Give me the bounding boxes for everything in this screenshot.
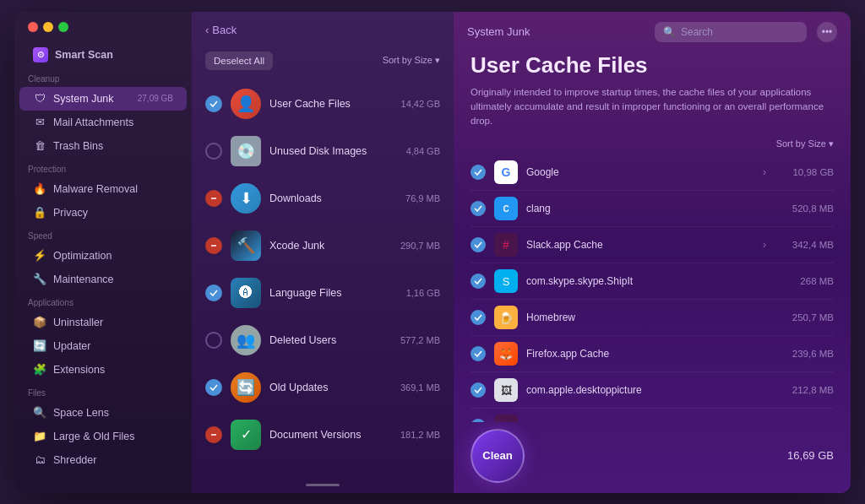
checkbox-checked[interactable]	[205, 95, 222, 112]
search-input[interactable]	[681, 26, 791, 38]
sidebar-item-extensions[interactable]: 🧩 Extensions	[19, 358, 187, 382]
slackmac-app-icon: #	[494, 415, 518, 421]
list-item[interactable]: C clang 520,8 MB	[471, 191, 834, 227]
list-item-info: User Cache Files	[269, 98, 393, 110]
list-item[interactable]: G Google › 10,98 GB	[471, 154, 834, 191]
sidebar-section-applications: Applications	[14, 291, 192, 311]
item-size: 520,8 MB	[775, 203, 834, 214]
item-name: Firefox.app Cache	[526, 348, 766, 360]
sort-by-size[interactable]: Sort by Size ▾	[383, 55, 440, 66]
right-sort-by[interactable]: Sort by Size ▾	[776, 138, 834, 149]
trash-icon: 🗑	[33, 139, 46, 153]
smart-scan-label: Smart Scan	[55, 49, 113, 61]
right-checkbox[interactable]	[471, 382, 486, 398]
right-checkbox[interactable]	[471, 165, 486, 180]
right-checkbox[interactable]	[471, 237, 486, 252]
total-size-label: 16,69 GB	[787, 449, 834, 462]
sidebar-item-label: Optimization	[53, 250, 112, 262]
list-item[interactable]: ✓ Document Versions 181,2 MB	[192, 411, 454, 458]
chevron-right-icon: ›	[763, 166, 766, 178]
list-item[interactable]: 🔄 Old Updates 369,1 MB	[192, 364, 454, 411]
list-item-name: Xcode Junk	[269, 240, 392, 252]
sidebar-item-privacy[interactable]: 🔒 Privacy	[19, 201, 187, 225]
sidebar-item-shredder[interactable]: 🗂 Shredder	[19, 448, 187, 472]
checkbox-checked[interactable]	[205, 379, 222, 396]
list-item-size: 181,2 MB	[400, 430, 440, 440]
smart-scan-icon: ⊙	[33, 47, 48, 62]
sidebar-item-trash-bins[interactable]: 🗑 Trash Bins	[19, 134, 187, 158]
list-item-info: Downloads	[269, 192, 397, 204]
right-sort-row: Sort by Size ▾	[471, 138, 834, 149]
breadcrumb: System Junk	[467, 25, 645, 38]
clean-button[interactable]: Clean	[471, 429, 525, 483]
list-item[interactable]: 🖼 com.apple.desktoppicture 212,8 MB	[471, 372, 834, 409]
checkbox-minus[interactable]	[205, 237, 222, 254]
checkbox-checked[interactable]	[205, 285, 222, 301]
list-item[interactable]: 👥 Deleted Users 577,2 MB	[192, 317, 454, 364]
checkbox-minus[interactable]	[205, 426, 222, 443]
maximize-button[interactable]	[58, 22, 68, 32]
sidebar-item-mail-attachments[interactable]: ✉ Mail Attachments	[19, 111, 187, 134]
sidebar-item-smart-scan[interactable]: ⊙ Smart Scan	[19, 42, 187, 68]
list-item[interactable]: 🅐 Language Files 1,16 GB	[192, 269, 454, 317]
list-item[interactable]: 🦊 Firefox.app Cache 239,6 MB	[471, 336, 834, 372]
list-item-info: Document Versions	[269, 429, 392, 441]
slack-app-icon: #	[494, 233, 518, 257]
clang-app-icon: C	[494, 197, 518, 220]
list-item-name: Deleted Users	[269, 334, 392, 346]
sidebar-item-uninstaller[interactable]: 📦 Uninstaller	[19, 311, 187, 334]
firefox-app-icon: 🦊	[494, 342, 518, 366]
sidebar-item-malware-removal[interactable]: 🔥 Malware Removal	[19, 177, 187, 201]
sidebar-item-space-lens[interactable]: 🔍 Space Lens	[19, 401, 187, 425]
list-item[interactable]: S com.skype.skype.ShipIt 268 MB	[471, 263, 834, 300]
right-list: G Google › 10,98 GB C clang 520,8 MB # S…	[471, 154, 834, 421]
list-item[interactable]: 🍺 Homebrew 250,7 MB	[471, 300, 834, 336]
right-checkbox[interactable]	[471, 274, 486, 289]
list-item-size: 1,16 GB	[406, 288, 440, 298]
sidebar-section-cleanup: Cleanup	[14, 68, 192, 87]
right-panel-title: User Cache Files	[471, 52, 834, 79]
list-item[interactable]: # Slack.app Cache › 342,4 MB	[471, 227, 834, 263]
right-checkbox[interactable]	[471, 310, 486, 325]
checkbox-unchecked[interactable]	[205, 143, 222, 160]
doc-versions-icon: ✓	[231, 420, 261, 450]
checkbox-minus[interactable]	[205, 190, 222, 207]
checkbox-unchecked[interactable]	[205, 332, 222, 349]
clean-button-area: Clean 16,69 GB	[471, 422, 834, 493]
back-button[interactable]: ‹ Back	[205, 24, 237, 36]
list-item[interactable]: 🔨 Xcode Junk 290,7 MB	[192, 222, 454, 269]
right-header: System Junk 🔍 •••	[454, 12, 851, 52]
list-item-size: 14,42 GB	[401, 99, 440, 109]
sidebar-item-updater[interactable]: 🔄 Updater	[19, 334, 187, 358]
system-junk-icon: 🛡	[33, 92, 46, 106]
list-item[interactable]: 💿 Unused Disk Images 4,84 GB	[192, 127, 454, 175]
deselect-all-button[interactable]: Deselect All	[205, 51, 273, 70]
maintenance-icon: 🔧	[33, 273, 46, 286]
middle-panel: ‹ Back Deselect All Sort by Size ▾ 👤 Use…	[192, 12, 454, 493]
search-bar[interactable]: 🔍	[655, 22, 807, 42]
malware-icon: 🔥	[33, 182, 46, 196]
sidebar-section-protection: Protection	[14, 158, 192, 177]
minimize-button[interactable]	[43, 22, 53, 32]
homebrew-app-icon: 🍺	[494, 306, 518, 329]
sidebar-item-optimization[interactable]: ⚡ Optimization	[19, 244, 187, 268]
chevron-right-icon: ›	[763, 239, 766, 251]
sidebar-item-maintenance[interactable]: 🔧 Maintenance	[19, 268, 187, 291]
right-checkbox[interactable]	[471, 346, 486, 361]
right-checkbox[interactable]	[471, 201, 486, 216]
sidebar-item-system-junk[interactable]: 🛡 System Junk 27,09 GB	[19, 87, 187, 111]
item-size: 10,98 GB	[775, 167, 834, 177]
privacy-icon: 🔒	[33, 206, 46, 219]
item-name: Slack.app Cache	[526, 239, 754, 251]
sidebar-item-large-old-files[interactable]: 📁 Large & Old Files	[19, 425, 187, 448]
close-button[interactable]	[28, 22, 38, 32]
list-item[interactable]: 👤 User Cache Files 14,42 GB	[192, 80, 454, 127]
item-name: com.skype.skype.ShipIt	[526, 275, 766, 287]
list-item[interactable]: ⬇ Downloads 76,9 MB	[192, 175, 454, 222]
disk-image-icon: 💿	[231, 136, 261, 166]
optimization-icon: ⚡	[33, 249, 46, 263]
window-controls	[14, 22, 192, 42]
list-item-size: 577,2 MB	[400, 335, 440, 345]
list-item[interactable]: # com.tinyspeck.slackmacgap.ShipIt 209,4…	[471, 409, 834, 421]
options-button[interactable]: •••	[817, 22, 837, 42]
